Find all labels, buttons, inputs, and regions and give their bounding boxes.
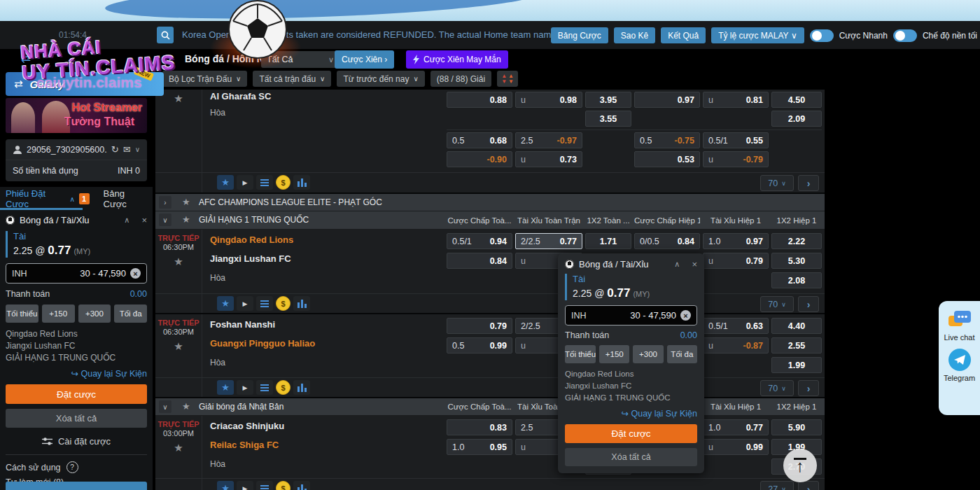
odds-cell[interactable]: u-0.87 (703, 337, 769, 354)
collapse-icon[interactable]: ∧ (674, 260, 680, 269)
sidebar-collapse-icon[interactable]: ⇄ (21, 51, 31, 66)
back-to-event-link[interactable]: ↪ Quay lại Sự Kiện (565, 408, 697, 419)
cashout-coin-button[interactable]: $ (276, 481, 290, 490)
play-stream-button[interactable]: ▶ (237, 296, 253, 311)
odds-cell[interactable]: 0.50.68 (447, 132, 512, 148)
favorite-star-icon[interactable]: ★ (155, 442, 202, 454)
next-markets-button[interactable]: › (798, 175, 819, 191)
odds-cell[interactable]: 2.5-0.97 (515, 132, 582, 148)
odds-cell[interactable]: u0.99 (703, 439, 769, 455)
stats-button[interactable] (293, 175, 310, 190)
favorite-button[interactable]: ★ (217, 296, 234, 311)
favorite-button[interactable]: ★ (217, 175, 234, 190)
odds-cell[interactable]: 2.22 (771, 233, 822, 249)
markets-list-button[interactable] (256, 481, 273, 490)
clear-input-icon[interactable]: × (130, 268, 141, 279)
close-icon[interactable]: × (692, 259, 697, 270)
odds-cell[interactable]: 1.71 (585, 233, 631, 249)
odds-cell[interactable]: 1.00.97 (703, 233, 769, 249)
expand-chevron-icon[interactable]: › (159, 196, 172, 209)
odds-cell[interactable]: 0/0.50.84 (634, 233, 700, 249)
live-chat-icon[interactable] (947, 309, 972, 330)
markets-list-button[interactable] (256, 296, 273, 311)
markets-count-dropdown[interactable]: 70∨ (760, 380, 794, 396)
parlay-button[interactable]: Cược Xiên › (335, 50, 394, 69)
odds-cell[interactable]: 0.79 (447, 318, 512, 334)
odds-cell[interactable]: 4.50 (771, 92, 822, 108)
telegram-icon[interactable] (948, 349, 971, 371)
odds-cell[interactable]: 0.50.99 (447, 337, 512, 354)
all-matches-dropdown[interactable]: Tất cả trận đấu∨ (253, 71, 331, 87)
odds-cell[interactable]: 1.99 (771, 357, 822, 373)
odds-cell[interactable]: 0.5/10.63 (703, 318, 769, 334)
tab-bet-slip[interactable]: Phiếu Đặt Cược ∧ (6, 188, 75, 209)
odds-cell[interactable]: -0.90 (447, 151, 512, 167)
stake-min-button[interactable]: Tối thiểu (6, 304, 38, 323)
play-stream-button[interactable]: ▶ (237, 380, 253, 395)
stake-300-button[interactable]: +300 (78, 304, 111, 323)
odds-cell[interactable]: 2.55 (771, 337, 822, 354)
league-star-icon[interactable]: ★ (182, 214, 190, 225)
mail-icon[interactable]: ✉ (123, 144, 131, 155)
scroll-to-top-button[interactable]: ↑ (783, 449, 817, 482)
stake-150-button[interactable]: +150 (42, 304, 75, 323)
cashout-coin-button[interactable]: $ (276, 296, 290, 311)
next-markets-button[interactable]: › (798, 296, 819, 312)
place-bet-button[interactable]: Đặt cược (6, 384, 147, 404)
odds-cell[interactable]: 0.53 (634, 151, 700, 167)
odds-cell[interactable]: u0.73 (515, 151, 582, 167)
odds-cell[interactable]: u0.81 (703, 92, 769, 108)
promo-banner[interactable]: Hot Streamer Tường Thuật (6, 98, 147, 133)
odds-cell[interactable]: 0.88 (447, 92, 512, 108)
league-header-japan[interactable]: ∨ ★ Giải bóng đá Nhật Bản Cược Chấp Toà.… (155, 398, 825, 416)
collapse-chevron-icon[interactable]: ∨ (159, 400, 172, 413)
favorite-star-icon[interactable]: ★ (155, 255, 202, 268)
next-markets-button[interactable]: › (798, 380, 819, 396)
odds-cell[interactable]: 1.00.95 (447, 439, 512, 455)
sort-button[interactable]: ▲▼ ▲▼ (497, 71, 518, 87)
stake-max-button[interactable]: Tối đa (667, 345, 697, 363)
odds-cell[interactable]: u-0.79 (703, 151, 769, 167)
telegram-label[interactable]: Telegram (944, 374, 975, 382)
back-to-event-link[interactable]: ↪ Quay lại Sự Kiện (6, 368, 147, 379)
stake-input[interactable]: INH 30 - 47,590 × (565, 305, 697, 326)
clear-all-button[interactable]: Xóa tất cả (565, 448, 697, 466)
cashout-coin-button[interactable]: $ (276, 380, 290, 395)
favorite-button[interactable]: ★ (217, 380, 234, 395)
stake-min-button[interactable]: Tối thiểu (565, 345, 596, 363)
odds-cell[interactable]: 0.5/10.55 (703, 132, 769, 148)
league-header-china-l1[interactable]: ∨ ★ GIẢI HẠNG 1 TRUNG QUỐC Cược Chấp Toà… (155, 211, 825, 230)
markets-list-button[interactable] (256, 175, 273, 190)
clear-all-button[interactable]: Xóa tất cả (6, 409, 147, 428)
search-button[interactable] (157, 27, 174, 43)
favorite-button[interactable]: ★ (217, 481, 234, 490)
lucky-parlay-button[interactable]: Cược Xiên May Mắn (406, 50, 508, 69)
bet-settings-button[interactable]: Cài đặt cược (6, 436, 147, 447)
bet-board-button[interactable]: Bảng Cược (551, 27, 608, 43)
odds-cell[interactable]: u0.79 (703, 253, 769, 269)
league-header-afc[interactable]: › ★ AFC CHAMPIONS LEAGUE ELITE - PHẠT GÓ… (155, 194, 825, 211)
statement-button[interactable]: Sao Kê (614, 27, 655, 43)
close-icon[interactable]: × (141, 215, 147, 225)
stake-150-button[interactable]: +150 (599, 345, 629, 363)
favorite-star-icon[interactable]: ★ (155, 340, 202, 353)
quick-bet-toggle[interactable] (810, 29, 834, 42)
odds-cell[interactable]: 3.95 (585, 92, 631, 108)
odds-cell[interactable]: 0.97 (634, 92, 700, 108)
play-stream-button[interactable]: ▶ (237, 175, 253, 190)
stats-button[interactable] (293, 296, 310, 311)
odds-cell[interactable]: 0.84 (447, 253, 512, 269)
tab-bet-board[interactable]: Bảng Cược (104, 188, 147, 209)
results-button[interactable]: Kết Quả (661, 27, 706, 43)
league-count-button[interactable]: (88 / 88) Giải (430, 71, 491, 87)
time-range-dropdown[interactable]: Từ trước đến nay∨ (337, 71, 424, 87)
odds-cell[interactable]: 5.90 (771, 419, 822, 435)
bottom-blue-bar[interactable] (6, 482, 147, 490)
match-filter-dropdown[interactable]: Bộ Lọc Trận Đấu∨ (162, 71, 247, 87)
odds-cell[interactable]: 0.83 (447, 419, 512, 435)
markets-count-dropdown[interactable]: 70∨ (760, 296, 794, 312)
collapse-chevron-icon[interactable]: ∨ (159, 214, 172, 226)
odds-cell[interactable]: 3.55 (585, 111, 631, 127)
live-chat-label[interactable]: Live chat (944, 333, 974, 342)
odds-cell[interactable]: 2.09 (771, 111, 822, 127)
